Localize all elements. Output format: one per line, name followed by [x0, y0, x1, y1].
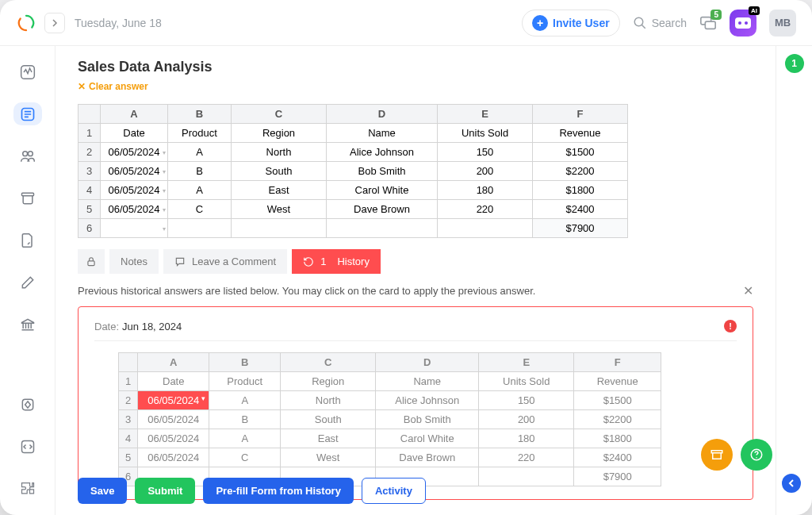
svg-point-17 — [756, 457, 757, 459]
svg-line-1 — [642, 25, 645, 29]
col-letter: C — [232, 105, 327, 124]
page-title: Sales Data Analysis — [78, 59, 753, 75]
history-date-value: Jun 18, 2024 — [122, 321, 182, 332]
svg-rect-3 — [705, 21, 715, 29]
header-cell[interactable]: Revenue — [533, 124, 628, 143]
clear-answer-link[interactable]: ✕ Clear answer — [78, 81, 148, 92]
sheet-main[interactable]: A B C D E F 1 Date Product Region Name U… — [78, 104, 628, 238]
svg-point-0 — [634, 17, 643, 26]
header-cell[interactable]: Date — [101, 124, 168, 143]
highlighted-cell[interactable]: 06/05/2024 — [138, 391, 209, 410]
history-date-label: Date: — [94, 321, 119, 332]
history-icon — [303, 256, 314, 267]
header-cell[interactable]: Region — [232, 124, 327, 143]
col-letter: E — [438, 105, 533, 124]
sidebar-item-edit[interactable] — [13, 271, 42, 294]
svg-point-9 — [22, 151, 27, 156]
tab-notes[interactable]: Notes — [109, 249, 159, 274]
header-cell[interactable]: Product — [168, 124, 232, 143]
header-date: Tuesday, June 18 — [75, 17, 162, 29]
sidebar-item-institution[interactable] — [13, 313, 42, 336]
header-cell[interactable]: Units Sold — [438, 124, 533, 143]
code-icon — [20, 439, 36, 455]
ai-badge: AI — [749, 6, 760, 15]
chevron-right-icon — [51, 19, 59, 27]
col-letter: A — [101, 105, 168, 124]
sheet-history: A B C D E F 1DateProductRegionNameUnits … — [118, 352, 661, 486]
col-letter: B — [168, 105, 232, 124]
close-icon: ✕ — [78, 81, 86, 92]
tab-comment[interactable]: Leave a Comment — [163, 249, 287, 274]
document-icon — [20, 233, 36, 248]
back-button[interactable] — [44, 13, 65, 33]
invite-label: Invite User — [553, 17, 610, 29]
rail-badge[interactable]: 1 — [785, 54, 804, 73]
main-content: Sales Data Analysis ✕ Clear answer A B C… — [56, 46, 776, 515]
history-card[interactable]: Date: Jun 18, 2024 ! A B C D E F 1Da — [78, 306, 753, 500]
lock-icon — [86, 256, 97, 267]
sidebar-item-forms[interactable] — [13, 102, 42, 125]
tab-lock[interactable] — [78, 249, 105, 274]
users-icon — [20, 148, 36, 164]
bot-icon — [735, 17, 751, 29]
prefill-button[interactable]: Pre-fill Form from History — [203, 478, 353, 504]
app-header: Tuesday, June 18 + Invite User Search 5 … — [0, 0, 812, 46]
activity-icon — [20, 64, 36, 80]
sidebar-item-extensions[interactable] — [13, 478, 42, 501]
submit-button[interactable]: Submit — [135, 478, 195, 504]
form-icon — [20, 106, 36, 122]
svg-rect-11 — [21, 193, 33, 195]
sidebar-item-users[interactable] — [13, 144, 42, 167]
chevron-left-icon — [787, 479, 795, 487]
search-label: Search — [652, 17, 687, 29]
svg-point-10 — [28, 151, 33, 156]
right-rail: 1 — [776, 46, 812, 515]
comment-icon — [174, 256, 186, 267]
box-icon — [710, 448, 724, 462]
search-button[interactable]: Search — [633, 16, 687, 30]
footer-bar: Save Submit Pre-fill Form from History A… — [78, 478, 426, 504]
total-revenue: $7900 — [533, 219, 628, 238]
tab-bar: Notes Leave a Comment 1History — [78, 249, 753, 274]
help-icon — [749, 448, 764, 462]
ai-assistant-button[interactable]: AI — [730, 10, 756, 37]
svg-rect-15 — [711, 451, 722, 453]
sidebar-item-document[interactable] — [13, 229, 42, 252]
header-cell[interactable]: Name — [327, 124, 438, 143]
close-history-button[interactable]: ✕ — [743, 283, 753, 298]
app-logo — [16, 13, 36, 33]
col-letter: F — [533, 105, 628, 124]
sidebar-item-dashboard[interactable] — [13, 60, 42, 83]
col-letter: D — [327, 105, 438, 124]
invite-user-button[interactable]: + Invite User — [522, 10, 620, 37]
edit-icon — [20, 275, 36, 290]
fab-help[interactable] — [741, 439, 772, 471]
sidebar — [0, 46, 56, 515]
institution-icon — [20, 317, 36, 332]
history-intro: Previous historical answers are listed b… — [78, 274, 753, 306]
plus-icon: + — [532, 15, 548, 31]
diamond-icon — [20, 397, 36, 413]
alert-icon: ! — [724, 320, 737, 332]
fab-archive[interactable] — [701, 439, 733, 471]
user-avatar[interactable]: MB — [769, 10, 796, 37]
collapse-rail-button[interactable] — [782, 474, 801, 493]
search-icon — [633, 16, 647, 30]
sidebar-item-archive[interactable] — [13, 186, 42, 209]
save-button[interactable]: Save — [78, 478, 127, 504]
sidebar-item-plugin[interactable] — [13, 394, 42, 417]
svg-rect-14 — [88, 260, 94, 265]
chat-badge: 5 — [710, 10, 722, 20]
sidebar-item-code[interactable] — [13, 436, 42, 459]
puzzle-icon — [20, 481, 36, 497]
archive-icon — [20, 190, 36, 206]
activity-button[interactable]: Activity — [362, 478, 426, 504]
tab-history[interactable]: 1History — [292, 249, 381, 274]
chat-button[interactable]: 5 — [699, 14, 717, 32]
clear-answer-label: Clear answer — [89, 81, 148, 92]
